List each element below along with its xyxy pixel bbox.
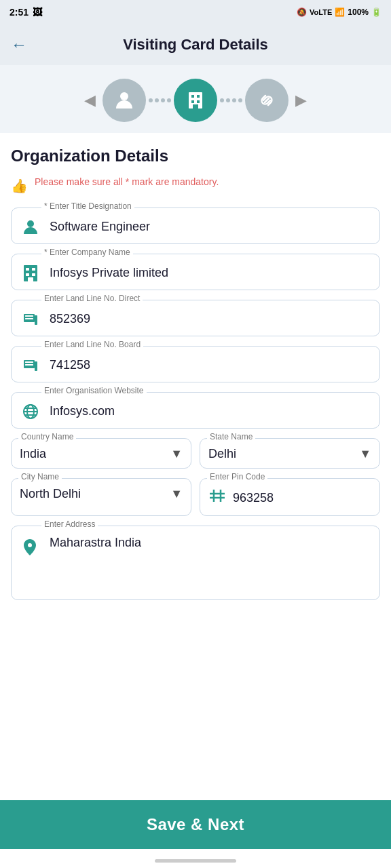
step-prev[interactable]: ◀ <box>77 92 103 109</box>
step-dots-1 <box>149 98 171 102</box>
country-value-row: India ▼ <box>20 447 183 461</box>
battery-icon: 🔋 <box>371 7 381 17</box>
location-icon <box>20 537 41 562</box>
svg-rect-4 <box>191 100 194 103</box>
svg-rect-21 <box>25 364 33 366</box>
status-bar: 2:51 🖼 🔕 VoLTE 📶 100% 🔋 <box>0 0 391 24</box>
website-value: Infosys.com <box>50 404 371 418</box>
city-pin-row: City Name North Delhi ▼ Enter Pin Code 9… <box>11 478 380 516</box>
address-value: Maharastra India <box>50 536 141 550</box>
country-chevron-icon: ▼ <box>170 447 183 461</box>
globe-icon <box>20 402 41 421</box>
wifi-icon: 📶 <box>335 7 345 17</box>
step-dots-2 <box>220 98 242 102</box>
svg-point-8 <box>27 220 34 227</box>
city-chevron-icon: ▼ <box>170 487 183 501</box>
website-label: Enter Organisation Website <box>41 386 147 395</box>
mute-icon: 🔕 <box>297 7 307 17</box>
status-icons: 🔕 VoLTE 📶 100% 🔋 <box>297 7 381 17</box>
svg-rect-18 <box>35 315 37 325</box>
website-field[interactable]: Enter Organisation Website Infosys.com <box>11 392 380 429</box>
state-value-row: Delhi ▼ <box>208 447 371 461</box>
svg-rect-10 <box>26 268 29 271</box>
svg-rect-13 <box>32 273 35 276</box>
country-dropdown[interactable]: Country Name India ▼ <box>11 438 191 469</box>
save-next-button[interactable]: Save & Next <box>0 800 391 849</box>
country-value: India <box>20 447 46 461</box>
landline-direct-field[interactable]: Enter Land Line No. Direct 852369 <box>11 300 380 336</box>
signal-icon: VoLTE <box>310 8 332 16</box>
step-3-link[interactable] <box>245 79 288 122</box>
pincode-value: 963258 <box>233 491 274 505</box>
main-content: Organization Details 👍 Please make sure … <box>0 133 391 868</box>
svg-rect-16 <box>25 315 33 317</box>
svg-rect-11 <box>32 268 35 271</box>
step-indicator: ◀ <box>0 65 391 133</box>
notice-text: Please make sure all * mark are mandator… <box>35 176 219 187</box>
country-state-row: Country Name India ▼ State Name Delhi ▼ <box>11 438 380 469</box>
svg-rect-6 <box>193 104 198 108</box>
state-chevron-icon: ▼ <box>359 447 371 461</box>
svg-rect-3 <box>197 95 200 98</box>
company-name-field[interactable]: * Enter Company Name Infosys Private lim… <box>11 254 380 290</box>
company-name-value: Infosys Private limited <box>50 266 371 280</box>
step-2-building[interactable] <box>174 79 217 122</box>
city-value-row: North Delhi ▼ <box>20 487 183 501</box>
state-dropdown[interactable]: State Name Delhi ▼ <box>200 438 380 469</box>
city-label: City Name <box>18 472 62 481</box>
save-btn-container: Save & Next <box>0 792 391 868</box>
svg-rect-2 <box>191 95 194 98</box>
landline-board-label: Enter Land Line No. Board <box>41 340 143 349</box>
title-designation-label: * Enter Title Designation <box>41 201 134 211</box>
step-1-person[interactable] <box>103 79 146 122</box>
landline-direct-value: 852369 <box>50 312 371 326</box>
title-designation-field[interactable]: * Enter Title Designation Software Engin… <box>11 208 380 244</box>
svg-point-0 <box>120 92 128 100</box>
time-display: 2:51 <box>10 7 29 18</box>
section-title: Organization Details <box>11 146 380 165</box>
mandatory-notice: 👍 Please make sure all * mark are mandat… <box>11 176 380 194</box>
address-field[interactable]: Enter Address Maharastra India <box>11 526 380 600</box>
step-items <box>103 79 288 122</box>
svg-rect-22 <box>35 361 37 371</box>
building-icon <box>20 264 41 283</box>
photo-icon: 🖼 <box>33 7 42 18</box>
address-label: Enter Address <box>41 519 98 529</box>
pincode-label: Enter Pin Code <box>207 472 267 481</box>
svg-rect-17 <box>25 318 33 319</box>
step-next[interactable]: ▶ <box>288 92 314 109</box>
landline-direct-label: Enter Land Line No. Direct <box>41 294 143 303</box>
svg-rect-14 <box>28 277 33 281</box>
pincode-field[interactable]: Enter Pin Code 963258 <box>200 478 380 516</box>
person-icon <box>20 218 41 237</box>
country-label: Country Name <box>18 432 76 441</box>
svg-rect-20 <box>25 361 33 363</box>
svg-rect-12 <box>26 273 29 276</box>
city-dropdown[interactable]: City Name North Delhi ▼ <box>11 478 191 516</box>
state-value: Delhi <box>208 447 236 461</box>
landline-board-field[interactable]: Enter Land Line No. Board 741258 <box>11 346 380 382</box>
bottom-bar <box>155 859 236 863</box>
phone-direct-icon <box>20 310 41 329</box>
phone-board-icon <box>20 356 41 375</box>
status-time: 2:51 🖼 <box>10 7 42 18</box>
city-value: North Delhi <box>20 487 81 501</box>
thumb-icon: 👍 <box>11 178 28 194</box>
page-title: Visiting Card Details <box>38 36 380 54</box>
state-label: State Name <box>207 432 255 441</box>
battery-display: 100% <box>348 7 369 17</box>
back-button[interactable]: ← <box>11 35 27 54</box>
header: ← Visiting Card Details <box>0 24 391 65</box>
company-name-label: * Enter Company Name <box>41 248 133 257</box>
title-designation-value: Software Engineer <box>50 220 371 234</box>
pincode-icon <box>208 487 226 509</box>
landline-board-value: 741258 <box>50 358 371 372</box>
svg-rect-5 <box>197 100 200 103</box>
